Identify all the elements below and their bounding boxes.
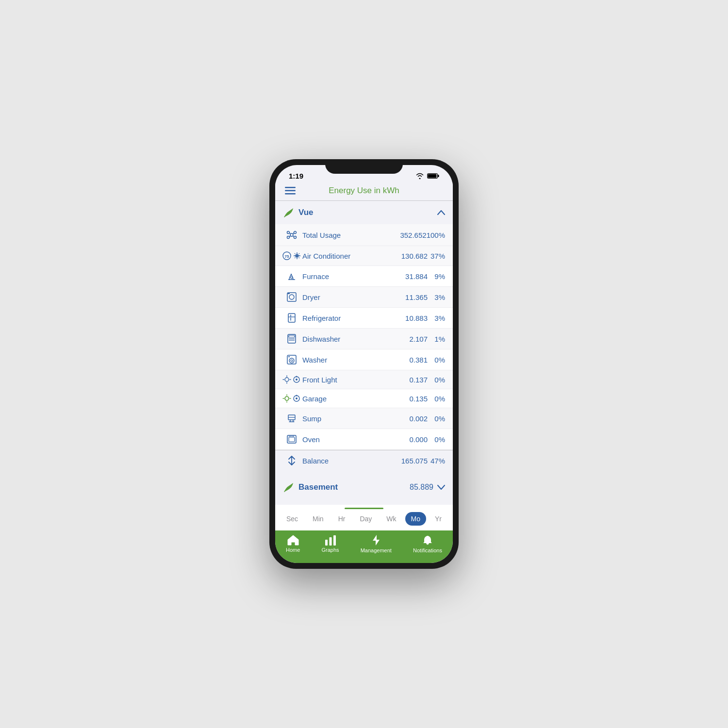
tab-hr[interactable]: Hr xyxy=(332,512,351,526)
bottom-nav: Home Graphs Management xyxy=(275,530,453,563)
dishwasher-percent: 1% xyxy=(428,335,445,343)
device-row-air-conditioner[interactable]: 75 Air Conditioner130.68237% xyxy=(275,246,453,266)
device-row-refrigerator[interactable]: Refrigerator10.8833% xyxy=(275,308,453,329)
refrigerator-label: Refrigerator xyxy=(302,314,396,322)
basement-section-header[interactable]: Basement 85.889 xyxy=(275,475,453,500)
total-usage-icon xyxy=(283,229,300,241)
garage-value: 0.135 xyxy=(396,395,428,403)
svg-point-6 xyxy=(290,233,293,236)
nav-home[interactable]: Home xyxy=(286,535,300,553)
device-row-dishwasher[interactable]: Dishwasher2.1071% xyxy=(275,329,453,349)
app-header: Energy Use in kWh xyxy=(275,182,453,200)
house-icon xyxy=(287,535,299,546)
svg-rect-1 xyxy=(438,175,439,177)
svg-point-55 xyxy=(290,436,291,437)
nav-graphs[interactable]: Graphs xyxy=(322,535,339,553)
tab-day[interactable]: Day xyxy=(354,512,378,526)
sump-value: 0.002 xyxy=(396,414,428,423)
tab-min[interactable]: Min xyxy=(307,512,330,526)
svg-rect-60 xyxy=(333,535,336,546)
basement-value: 85.889 xyxy=(410,483,433,492)
tab-sec[interactable]: Sec xyxy=(281,512,304,526)
vue-chevron-up-icon xyxy=(437,210,445,215)
svg-rect-21 xyxy=(288,293,290,294)
tab-wk[interactable]: Wk xyxy=(381,512,402,526)
balance-icon xyxy=(283,455,300,466)
refrigerator-icon xyxy=(283,313,300,323)
total-usage-label: Total Usage xyxy=(302,231,395,239)
svg-point-7 xyxy=(287,232,290,234)
main-scroll-area[interactable]: Vue xyxy=(275,201,453,505)
nav-home-label: Home xyxy=(286,547,300,553)
svg-point-42 xyxy=(285,397,289,400)
time-tabs-row[interactable]: SecMinHrDayWkMoYr xyxy=(275,509,453,530)
device-row-garage[interactable]: Garage0.1350% xyxy=(275,389,453,408)
device-row-front-light[interactable]: Front Light0.1370% xyxy=(275,370,453,389)
page-title: Energy Use in kWh xyxy=(329,186,399,196)
menu-button[interactable] xyxy=(285,187,296,195)
washer-label: Washer xyxy=(302,356,396,364)
svg-rect-27 xyxy=(289,335,295,337)
svg-point-8 xyxy=(294,232,297,234)
garage-percent: 0% xyxy=(428,395,445,403)
dryer-percent: 3% xyxy=(428,293,445,301)
svg-rect-53 xyxy=(289,437,295,442)
nav-management[interactable]: Management xyxy=(361,534,392,553)
refrigerator-percent: 3% xyxy=(428,314,445,322)
svg-point-9 xyxy=(287,236,290,239)
bar-chart-icon xyxy=(325,535,336,546)
device-row-furnace[interactable]: Furnace31.8849% xyxy=(275,266,453,287)
svg-point-34 xyxy=(285,378,289,381)
svg-text:75: 75 xyxy=(285,254,289,259)
dishwasher-label: Dishwasher xyxy=(302,335,396,343)
svg-point-31 xyxy=(289,358,294,363)
device-row-washer[interactable]: Washer0.3810% xyxy=(275,349,453,370)
oven-value: 0.000 xyxy=(396,435,428,444)
total-usage-value: 352.652 xyxy=(395,231,427,239)
svg-point-10 xyxy=(294,236,297,239)
balance-row[interactable]: Balance 165.075 47% xyxy=(275,450,453,471)
leaf-icon xyxy=(283,207,294,218)
bell-icon xyxy=(422,534,433,546)
svg-rect-2 xyxy=(428,174,437,178)
device-row-oven[interactable]: Oven0.0000% xyxy=(275,429,453,450)
furnace-icon xyxy=(283,271,300,281)
nav-notifications-label: Notifications xyxy=(413,547,442,553)
svg-rect-4 xyxy=(285,190,296,192)
sump-icon xyxy=(283,413,300,424)
svg-line-11 xyxy=(290,232,291,234)
svg-point-20 xyxy=(289,295,294,299)
tab-mo[interactable]: Mo xyxy=(405,512,426,526)
vue-section-header[interactable]: Vue xyxy=(275,201,453,224)
battery-icon xyxy=(427,173,439,179)
dishwasher-value: 2.107 xyxy=(396,335,428,343)
phone-frame: 1:19 xyxy=(269,159,459,569)
washer-percent: 0% xyxy=(428,356,445,364)
air-conditioner-percent: 37% xyxy=(428,252,445,260)
furnace-value: 31.884 xyxy=(396,272,428,281)
front-light-icon xyxy=(283,375,300,384)
svg-rect-33 xyxy=(288,356,290,357)
status-time: 1:19 xyxy=(289,172,303,180)
device-row-sump[interactable]: Sump0.0020% xyxy=(275,408,453,429)
garage-icon xyxy=(283,394,300,403)
svg-rect-58 xyxy=(325,540,328,546)
furnace-percent: 9% xyxy=(428,272,445,281)
nav-notifications[interactable]: Notifications xyxy=(413,534,442,553)
svg-point-54 xyxy=(289,436,290,437)
device-row-dryer[interactable]: Dryer11.3653% xyxy=(275,287,453,308)
refrigerator-value: 10.883 xyxy=(396,314,428,322)
total-usage-row[interactable]: Total Usage 352.652 100% xyxy=(275,224,453,246)
scroll-bar xyxy=(345,508,383,509)
device-rows-container: 75 Air Conditioner130.68237%Furnace31.88… xyxy=(275,246,453,450)
basement-chevron-down-icon xyxy=(437,485,445,490)
svg-point-48 xyxy=(296,397,298,399)
svg-point-40 xyxy=(296,379,298,381)
air-conditioner-label: Air Conditioner xyxy=(302,252,396,260)
balance-percent: 47% xyxy=(428,457,445,465)
washer-icon xyxy=(283,354,300,365)
svg-rect-3 xyxy=(285,187,296,188)
tab-yr[interactable]: Yr xyxy=(429,512,447,526)
basement-title: Basement xyxy=(298,482,410,492)
svg-line-12 xyxy=(293,232,294,234)
